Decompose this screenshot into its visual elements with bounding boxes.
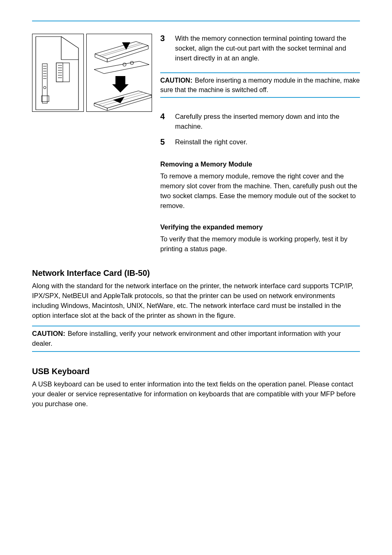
svg-rect-1: [42, 64, 47, 103]
caution-box: CAUTION:Before inserting a memory module…: [160, 72, 360, 98]
step-text: Reinstall the right cover.: [175, 137, 247, 147]
step-number: 5: [160, 137, 169, 147]
nic-title: Network Interface Card (IB-50): [32, 268, 360, 278]
diagram-pair: [32, 34, 152, 254]
step-number: 4: [160, 112, 169, 132]
removing-text: To remove a memory module, remove the ri…: [160, 171, 360, 211]
removing-title: Removing a Memory Module: [160, 160, 360, 168]
step-3: 3 With the memory connection terminal po…: [160, 34, 360, 69]
step-text: With the memory connection terminal poin…: [175, 34, 360, 63]
step3-row: 3 With the memory connection terminal po…: [32, 34, 360, 254]
step3-right: 3 With the memory connection terminal po…: [160, 34, 360, 254]
caution-text: Before installing, verify your network e…: [32, 330, 341, 347]
header-rule: [32, 21, 360, 21]
memory-insert-diagram: [86, 34, 152, 112]
step-5: 5 Reinstall the right cover.: [160, 137, 360, 153]
verifying-title: Verifying the expanded memory: [160, 223, 360, 231]
svg-rect-11: [56, 63, 63, 82]
verifying-text: To verify that the memory module is work…: [160, 234, 360, 254]
svg-rect-28: [115, 76, 125, 84]
nic-text: Along with the standard for the network …: [32, 281, 360, 321]
caution-label: CAUTION:: [160, 77, 192, 84]
usb-title: USB Keyboard: [32, 367, 360, 376]
step-text: Carefully press the inserted memory down…: [175, 112, 360, 132]
step-4: 4 Carefully press the inserted memory do…: [160, 112, 360, 137]
nic-caution: CAUTION:Before installing, verify your n…: [32, 326, 360, 352]
usb-text: A USB keyboard can be used to enter info…: [32, 379, 360, 409]
printer-side-diagram: [32, 34, 84, 112]
caution-label: CAUTION:: [32, 330, 65, 337]
page: 3 With the memory connection terminal po…: [0, 0, 392, 555]
step-number: 3: [160, 34, 169, 63]
